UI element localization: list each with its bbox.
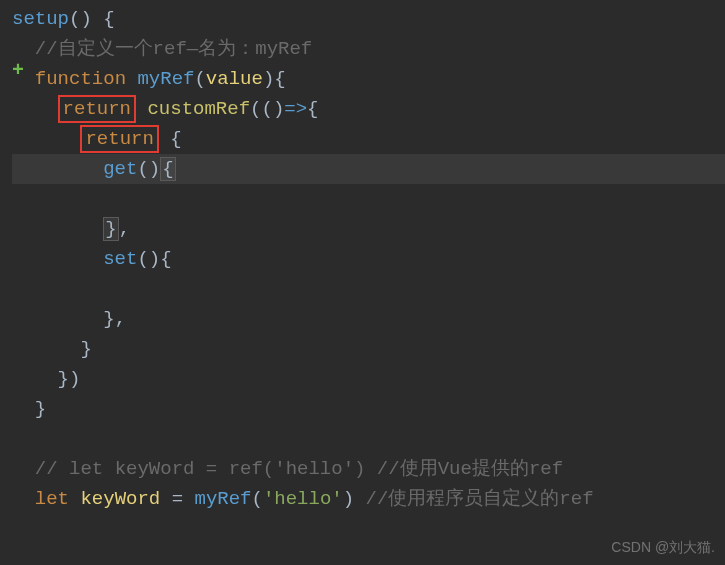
method-name: set — [103, 248, 137, 270]
code-line: } — [12, 394, 725, 424]
comment: //使用程序员自定义的ref — [366, 488, 594, 510]
code-line: }, — [12, 214, 725, 244]
keyword-return: return — [63, 98, 131, 120]
code-line: return customRef(()=>{ — [12, 94, 725, 124]
method-name: get — [103, 158, 137, 180]
bracket-match: { — [160, 157, 175, 181]
code-line: //自定义一个ref—名为：myRef — [12, 34, 725, 64]
variable: keyWord — [80, 488, 160, 510]
function-call: myRef — [194, 488, 251, 510]
keyword-let: let — [35, 488, 69, 510]
function-call: customRef — [147, 98, 250, 120]
comment: //自定义一个ref—名为：myRef — [35, 38, 312, 60]
code-line: // let keyWord = ref('hello') //使用Vue提供的… — [12, 454, 725, 484]
code-line — [12, 274, 725, 304]
bracket-match: } — [103, 217, 118, 241]
string-literal: 'hello' — [263, 488, 343, 510]
code-editor[interactable]: + setup() { //自定义一个ref—名为：myRef function… — [0, 0, 725, 514]
code-line: }) — [12, 364, 725, 394]
code-line: }, — [12, 304, 725, 334]
code-line: let keyWord = myRef('hello') //使用程序员自定义的… — [12, 484, 725, 514]
comment: // let keyWord = ref('hello') //使用Vue提供的… — [35, 458, 563, 480]
highlight-box: return — [80, 125, 158, 153]
identifier: setup — [12, 8, 69, 30]
function-name: myRef — [137, 68, 194, 90]
code-line: return { — [12, 124, 725, 154]
code-line: } — [12, 334, 725, 364]
keyword-function: function — [35, 68, 126, 90]
code-line: setup() { — [12, 4, 725, 34]
code-line: function myRef(value){ — [12, 64, 725, 94]
watermark: CSDN @刘大猫. — [611, 532, 715, 562]
code-line — [12, 184, 725, 214]
code-line-current: get(){ — [12, 154, 725, 184]
code-line: set(){ — [12, 244, 725, 274]
keyword-return: return — [85, 128, 153, 150]
parameter: value — [206, 68, 263, 90]
code-line — [12, 424, 725, 454]
highlight-box: return — [58, 95, 136, 123]
